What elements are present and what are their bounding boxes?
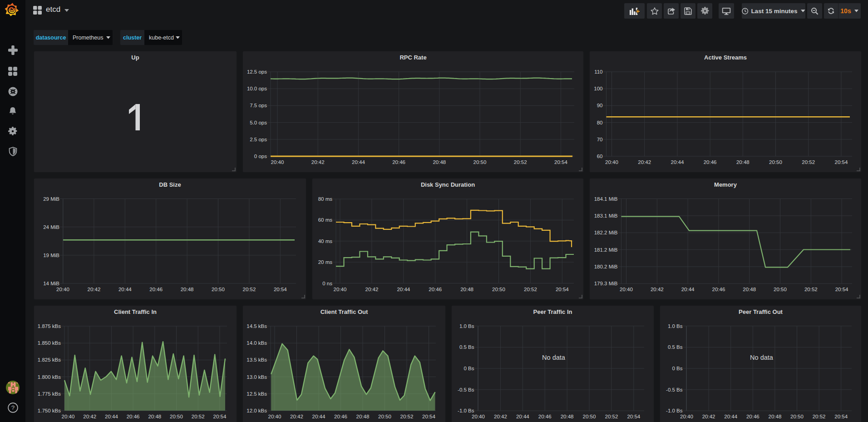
svg-text:20:54: 20:54: [213, 414, 227, 419]
svg-text:179.3 MiB: 179.3 MiB: [594, 281, 618, 286]
svg-text:20:44: 20:44: [118, 287, 132, 292]
svg-text:0 Bs: 0 Bs: [672, 366, 682, 371]
svg-text:20:54: 20:54: [274, 287, 287, 292]
svg-text:13.0 kBs: 13.0 kBs: [247, 374, 267, 380]
svg-text:14.0 kBs: 14.0 kBs: [247, 340, 267, 346]
svg-text:20:42: 20:42: [638, 159, 651, 165]
svg-text:20:48: 20:48: [181, 287, 194, 292]
svg-text:-0.5 Bs: -0.5 Bs: [458, 387, 474, 392]
svg-text:20:50: 20:50: [473, 159, 487, 165]
svg-text:20:48: 20:48: [736, 159, 750, 165]
svg-text:20:44: 20:44: [516, 414, 529, 419]
svg-text:184.1 MiB: 184.1 MiB: [594, 196, 618, 202]
svg-text:20:50: 20:50: [790, 414, 804, 419]
svg-text:20:54: 20:54: [422, 414, 435, 419]
svg-text:20:48: 20:48: [743, 287, 756, 292]
svg-text:20:52: 20:52: [804, 287, 818, 292]
svg-text:20:44: 20:44: [397, 287, 410, 292]
svg-text:20:54: 20:54: [835, 159, 848, 165]
svg-text:19 MiB: 19 MiB: [43, 253, 59, 258]
svg-text:20:46: 20:46: [392, 159, 405, 165]
svg-text:20:50: 20:50: [170, 414, 183, 419]
svg-text:-0.5 Bs: -0.5 Bs: [666, 387, 683, 392]
svg-text:20:44: 20:44: [681, 287, 695, 292]
svg-text:180.2 MiB: 180.2 MiB: [594, 264, 618, 269]
svg-text:20:44: 20:44: [671, 159, 684, 165]
svg-text:181.2 MiB: 181.2 MiB: [594, 247, 618, 253]
svg-text:60 ms: 60 ms: [318, 217, 333, 223]
svg-text:110: 110: [594, 69, 602, 74]
svg-text:29 MiB: 29 MiB: [43, 196, 59, 202]
svg-text:20:54: 20:54: [835, 287, 848, 292]
svg-text:20:40: 20:40: [334, 287, 347, 292]
svg-text:1.0 Bs: 1.0 Bs: [668, 323, 683, 329]
svg-text:1.0 Bs: 1.0 Bs: [459, 323, 474, 329]
svg-text:0.5 Bs: 0.5 Bs: [668, 344, 683, 350]
svg-text:20:46: 20:46: [334, 414, 347, 419]
svg-text:20:48: 20:48: [561, 414, 574, 419]
svg-text:20:40: 20:40: [268, 414, 281, 419]
svg-text:20:40: 20:40: [620, 287, 633, 292]
svg-text:182.2 MiB: 182.2 MiB: [594, 230, 618, 235]
svg-text:20:46: 20:46: [746, 414, 760, 419]
svg-text:20:42: 20:42: [88, 287, 101, 292]
svg-text:100: 100: [594, 86, 602, 91]
svg-text:No data: No data: [542, 354, 566, 361]
svg-text:24 MiB: 24 MiB: [43, 224, 59, 230]
svg-text:1.775 kBs: 1.775 kBs: [38, 391, 61, 397]
svg-text:90: 90: [597, 103, 603, 108]
svg-text:20:48: 20:48: [433, 159, 446, 165]
svg-text:12.0 kBs: 12.0 kBs: [247, 408, 267, 413]
svg-text:20:46: 20:46: [704, 159, 717, 165]
svg-text:20 ms: 20 ms: [318, 259, 333, 265]
svg-text:20:46: 20:46: [127, 414, 140, 419]
svg-text:1.825 kBs: 1.825 kBs: [38, 357, 61, 362]
svg-text:70: 70: [597, 137, 603, 142]
svg-text:80: 80: [597, 120, 603, 125]
svg-text:20:50: 20:50: [212, 287, 225, 292]
svg-text:12.5 ops: 12.5 ops: [247, 69, 267, 74]
svg-text:14.5 kBs: 14.5 kBs: [247, 323, 267, 329]
svg-text:20:50: 20:50: [769, 159, 782, 165]
svg-text:13.5 kBs: 13.5 kBs: [247, 357, 267, 362]
svg-text:80 ms: 80 ms: [318, 196, 333, 202]
svg-text:20:52: 20:52: [400, 414, 414, 419]
svg-text:20:46: 20:46: [538, 414, 552, 419]
svg-text:20:50: 20:50: [583, 414, 596, 419]
svg-text:20:42: 20:42: [702, 414, 715, 419]
svg-text:-1.0 Bs: -1.0 Bs: [458, 408, 474, 413]
svg-text:20:52: 20:52: [514, 159, 527, 165]
svg-text:0.5 Bs: 0.5 Bs: [459, 344, 474, 350]
svg-text:20:42: 20:42: [494, 414, 507, 419]
svg-text:20:52: 20:52: [813, 414, 826, 419]
svg-text:20:44: 20:44: [312, 414, 326, 419]
svg-text:20:40: 20:40: [472, 414, 485, 419]
svg-text:20:40: 20:40: [62, 414, 75, 419]
svg-text:20:40: 20:40: [56, 287, 69, 292]
svg-text:183.1 MiB: 183.1 MiB: [594, 213, 618, 218]
svg-text:14 MiB: 14 MiB: [43, 281, 59, 286]
svg-text:5.0 ops: 5.0 ops: [250, 120, 267, 125]
svg-text:7.5 ops: 7.5 ops: [250, 103, 267, 108]
svg-text:20:46: 20:46: [429, 287, 442, 292]
svg-text:20:54: 20:54: [834, 414, 848, 419]
svg-text:2.5 ops: 2.5 ops: [250, 137, 267, 142]
svg-text:1.800 kBs: 1.800 kBs: [38, 374, 61, 380]
svg-text:-1.0 Bs: -1.0 Bs: [666, 408, 683, 413]
svg-text:20:42: 20:42: [83, 414, 96, 419]
svg-text:1.875 kBs: 1.875 kBs: [38, 323, 61, 329]
svg-text:20:50: 20:50: [378, 414, 391, 419]
svg-text:0 ns: 0 ns: [322, 281, 332, 286]
svg-text:No data: No data: [750, 354, 774, 361]
svg-text:20:48: 20:48: [460, 287, 473, 292]
svg-text:20:54: 20:54: [554, 159, 567, 165]
svg-text:20:42: 20:42: [290, 414, 303, 419]
svg-text:20:42: 20:42: [365, 287, 379, 292]
svg-text:40 ms: 40 ms: [318, 238, 333, 244]
svg-text:60: 60: [597, 154, 603, 159]
svg-text:20:46: 20:46: [712, 287, 725, 292]
svg-text:20:44: 20:44: [724, 414, 737, 419]
svg-text:1.850 kBs: 1.850 kBs: [38, 340, 61, 346]
svg-text:0 Bs: 0 Bs: [464, 366, 474, 371]
svg-text:20:44: 20:44: [352, 159, 365, 165]
